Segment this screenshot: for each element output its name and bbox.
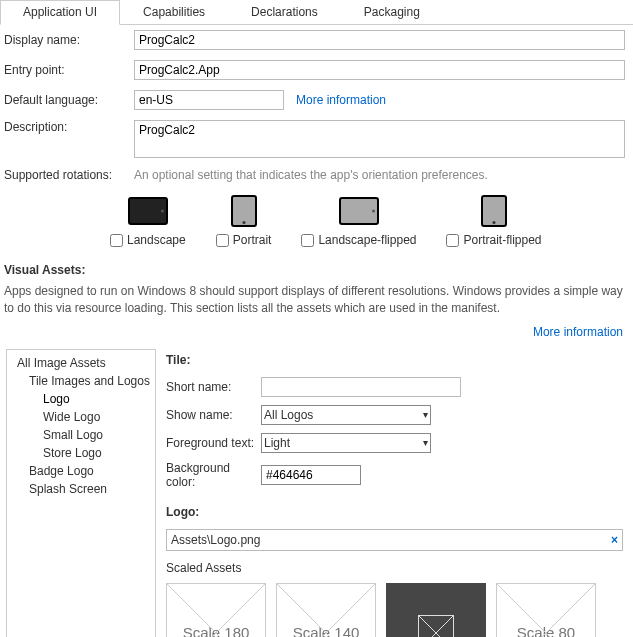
scale-100-thumb[interactable] [386,583,486,637]
chevron-down-icon: ▾ [423,409,428,420]
default-language-more-info-link[interactable]: More information [296,93,386,107]
default-language-input[interactable] [134,90,284,110]
placeholder-square-icon [418,615,454,637]
rotation-options: Landscape Portrait Landscape-flipped Por… [0,187,633,253]
landscape-flipped-icon [338,195,380,227]
landscape-icon [127,195,169,227]
default-language-label: Default language: [4,93,134,107]
tab-declarations[interactable]: Declarations [228,0,341,24]
short-name-input[interactable] [261,377,461,397]
tree-splash-screen[interactable]: Splash Screen [7,480,155,498]
tree-logo[interactable]: Logo [7,390,155,408]
chevron-down-icon: ▾ [423,437,428,448]
tree-store-logo[interactable]: Store Logo [7,444,155,462]
scaled-assets-label: Scaled Assets [166,555,623,575]
show-name-label: Show name: [166,408,261,422]
scale-80-thumb[interactable]: Scale 80 [496,583,596,637]
clear-logo-path-button[interactable]: × [611,533,618,547]
foreground-text-label: Foreground text: [166,436,261,450]
supported-rotations-hint: An optional setting that indicates the a… [134,168,488,182]
tree-tile-images-and-logos[interactable]: Tile Images and Logos [7,372,155,390]
tree-small-logo[interactable]: Small Logo [7,426,155,444]
portrait-checkbox[interactable]: Portrait [216,233,272,247]
supported-rotations-label: Supported rotations: [4,168,134,182]
show-name-select[interactable]: All Logos▾ [261,405,431,425]
background-color-input[interactable] [261,465,361,485]
tree-badge-logo[interactable]: Badge Logo [7,462,155,480]
visual-assets-more-info-link[interactable]: More information [533,325,623,339]
scale-140-thumb[interactable]: Scale 140 [276,583,376,637]
tab-bar: Application UI Capabilities Declarations… [0,0,633,25]
tree-wide-logo[interactable]: Wide Logo [7,408,155,426]
portrait-flipped-icon [473,195,515,227]
asset-tree: All Image Assets Tile Images and Logos L… [6,349,156,637]
description-label: Description: [4,120,134,134]
tab-packaging[interactable]: Packaging [341,0,443,24]
background-color-label: Background color: [166,461,261,489]
tile-heading: Tile: [166,349,623,373]
short-name-label: Short name: [166,380,261,394]
tree-all-image-assets[interactable]: All Image Assets [7,354,155,372]
landscape-flipped-checkbox[interactable]: Landscape-flipped [301,233,416,247]
visual-assets-description: Apps designed to run on Windows 8 should… [0,281,633,319]
entry-point-label: Entry point: [4,63,134,77]
description-input[interactable]: ProgCalc2 [134,120,625,158]
foreground-text-select[interactable]: Light▾ [261,433,431,453]
portrait-icon [223,195,265,227]
scaled-assets-row: Scale 180 270 x 270 px ... Scale 140 210… [166,583,623,637]
scale-180-thumb[interactable]: Scale 180 [166,583,266,637]
visual-assets-heading: Visual Assets: [4,263,625,277]
landscape-checkbox[interactable]: Landscape [110,233,186,247]
tab-capabilities[interactable]: Capabilities [120,0,228,24]
logo-heading: Logo: [166,501,623,525]
portrait-flipped-checkbox[interactable]: Portrait-flipped [446,233,541,247]
logo-path-input[interactable]: Assets\Logo.png × [166,529,623,551]
entry-point-input[interactable] [134,60,625,80]
tab-application-ui[interactable]: Application UI [0,0,120,25]
display-name-label: Display name: [4,33,134,47]
display-name-input[interactable] [134,30,625,50]
